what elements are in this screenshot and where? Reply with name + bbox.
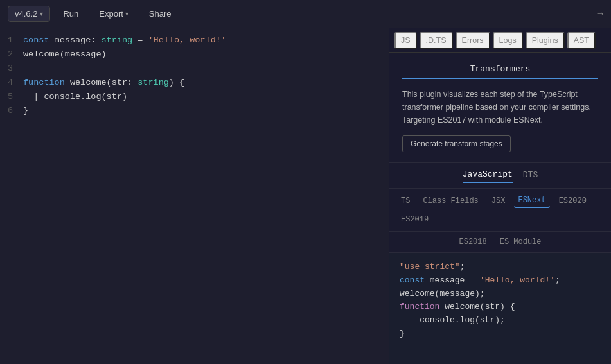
right-tab-plugins[interactable]: Plugins <box>526 32 565 49</box>
output-code: "use strict";const message = 'Hello, wor… <box>389 253 611 364</box>
code-line: 6} <box>0 104 389 118</box>
line-number: 3 <box>0 62 23 76</box>
line-content[interactable]: function welcome(str: string) { <box>23 76 389 90</box>
line-number: 5 <box>0 90 23 104</box>
right-tab-js[interactable]: JS <box>394 32 417 49</box>
code-line: 1const message: string = 'Hello, world!' <box>0 33 389 48</box>
right-tab-logs[interactable]: Logs <box>493 32 523 49</box>
line-content[interactable]: welcome(message) <box>23 48 389 62</box>
generate-transform-button[interactable]: Generate transform stages <box>402 135 511 152</box>
output-tabs: JavaScriptDTS <box>389 163 611 189</box>
line-number: 1 <box>0 33 23 48</box>
code-line: 5 | console.log(str) <box>0 90 389 104</box>
output-line: console.log(str); <box>400 314 601 327</box>
code-line: 3 <box>0 62 389 76</box>
stage-jsx[interactable]: JSX <box>488 195 509 207</box>
line-content[interactable] <box>23 62 389 76</box>
output-line: "use strict"; <box>400 261 601 274</box>
collapse-icon[interactable]: → <box>597 8 603 20</box>
output-line: const message = 'Hello, world!'; <box>400 274 601 288</box>
stage-es-module[interactable]: ES Module <box>496 236 545 248</box>
stage-es2019[interactable]: ES2019 <box>397 213 432 226</box>
export-button[interactable]: Export <box>91 6 136 21</box>
stages-row-1: TSClass FieldsJSXESNextES2020ES2019 <box>389 189 611 232</box>
run-button[interactable]: Run <box>55 6 86 21</box>
topbar: v4.6.2 Run Export Share → <box>0 0 611 28</box>
stage-ts[interactable]: TS <box>397 195 414 207</box>
line-number: 4 <box>0 76 23 90</box>
stage-es2020[interactable]: ES2020 <box>555 195 590 207</box>
editor-pane: 1const message: string = 'Hello, world!'… <box>0 28 389 364</box>
right-tab-ast[interactable]: AST <box>567 32 596 49</box>
code-line: 2welcome(message) <box>0 48 389 62</box>
share-button[interactable]: Share <box>141 6 179 21</box>
transformers-section: Transformers This plugin visualizes each… <box>389 53 611 163</box>
line-content[interactable]: const message: string = 'Hello, world!' <box>23 33 389 48</box>
stages-row-2: ES2018ES Module <box>389 232 611 253</box>
output-tab-dts[interactable]: DTS <box>523 170 538 182</box>
line-content[interactable]: | console.log(str) <box>23 90 389 104</box>
right-tabs: JS.D.TSErrorsLogsPluginsAST <box>389 28 611 53</box>
output-line: } <box>400 327 601 341</box>
transformers-description: This plugin visualizes each step of the … <box>402 88 598 126</box>
line-number: 2 <box>0 48 23 62</box>
stage-class-fields[interactable]: Class Fields <box>419 195 482 207</box>
stage-esnext[interactable]: ESNext <box>514 194 549 208</box>
line-content[interactable]: } <box>23 104 389 118</box>
output-tab-javascript[interactable]: JavaScript <box>463 169 513 183</box>
transformers-title: Transformers <box>402 64 598 79</box>
output-line: function welcome(str) { <box>400 300 601 314</box>
version-button[interactable]: v4.6.2 <box>8 6 50 22</box>
main-layout: 1const message: string = 'Hello, world!'… <box>0 28 611 364</box>
stage-es2018[interactable]: ES2018 <box>455 236 490 248</box>
code-line: 4function welcome(str: string) { <box>0 76 389 90</box>
right-tab-errors[interactable]: Errors <box>456 32 490 49</box>
code-editor[interactable]: 1const message: string = 'Hello, world!'… <box>0 28 389 364</box>
right-pane: JS.D.TSErrorsLogsPluginsAST Transformers… <box>389 28 611 364</box>
output-line: welcome(message); <box>400 288 601 301</box>
right-tab-dts[interactable]: .D.TS <box>420 32 453 49</box>
line-number: 6 <box>0 104 23 118</box>
